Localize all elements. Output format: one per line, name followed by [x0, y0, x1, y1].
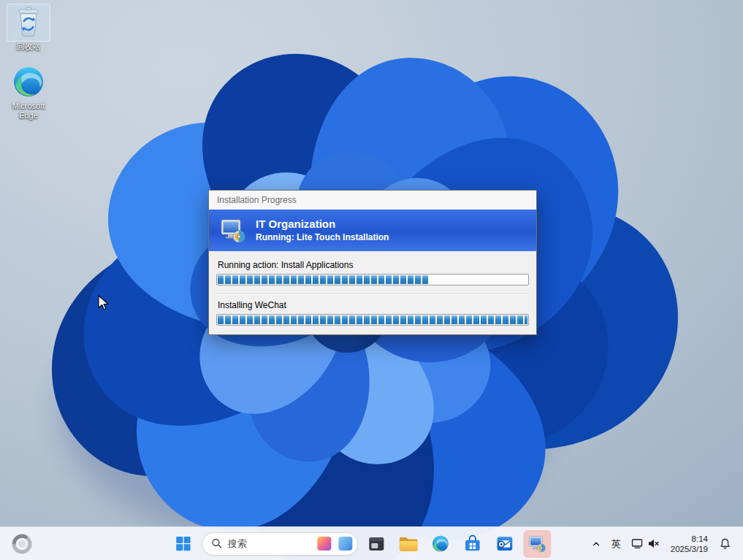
dialog-title: Installation Progress: [217, 195, 297, 205]
tray-clock[interactable]: 8:14 2025/3/19: [666, 531, 713, 557]
tray-status-icons[interactable]: [627, 531, 664, 557]
microsoft-store-icon: [463, 534, 481, 553]
running-action-progress-fill: [218, 275, 428, 284]
desktop: 回收站 Microsoft: [0, 0, 743, 560]
edge-taskbar-icon: [431, 534, 449, 553]
outlook-icon: [495, 534, 514, 553]
tray-notifications[interactable]: [715, 531, 736, 557]
taskbar-mdt-installer[interactable]: [523, 530, 551, 558]
taskbar-app-window[interactable]: [362, 530, 390, 558]
desktop-icon-recycle-bin[interactable]: 回收站: [1, 4, 56, 52]
volume-mute-icon: [647, 537, 660, 550]
tray-chevron-up[interactable]: [587, 531, 606, 557]
search-placeholder: 搜索: [228, 537, 311, 551]
desktop-icon-edge[interactable]: Microsoft Edge: [1, 64, 56, 120]
taskbar-edge[interactable]: [427, 530, 454, 558]
installation-progress-dialog: Installation Progress IT Organizatio: [208, 190, 537, 335]
notification-bell-icon: [719, 537, 731, 550]
taskbar-store[interactable]: [459, 530, 487, 558]
dialog-banner: IT Organization Running: Lite Touch Inst…: [209, 210, 536, 251]
app-window-icon: [367, 535, 385, 553]
dialog-banner-subtitle: Running: Lite Touch Installation: [256, 232, 389, 243]
taskbar-center: 搜索: [169, 527, 551, 560]
clock-date: 2025/3/19: [671, 544, 708, 554]
dialog-divider: [216, 294, 529, 295]
tray-ime-indicator[interactable]: 英: [607, 531, 625, 557]
edge-icon: [7, 64, 50, 100]
search-box[interactable]: 搜索: [202, 532, 358, 556]
search-highlight-icon: [317, 537, 331, 551]
edge-label: Microsoft Edge: [2, 101, 55, 120]
taskbar-tray: 英 8:14 2025/3/19: [587, 527, 742, 560]
taskbar-file-explorer[interactable]: [395, 530, 422, 558]
taskbar-outlook[interactable]: [491, 530, 519, 558]
recycle-bin-label: 回收站: [17, 42, 41, 52]
taskbar: 搜索: [0, 526, 743, 560]
running-action-progressbar: [216, 274, 529, 285]
search-image-icon: [338, 537, 352, 551]
recycle-bin-icon: [7, 4, 50, 41]
search-icon: [211, 538, 222, 549]
installing-label: Installing WeChat: [218, 300, 529, 311]
mdt-installer-icon: [219, 217, 247, 245]
dialog-titlebar[interactable]: Installation Progress: [209, 191, 536, 210]
mdt-installer-taskbar-icon: [527, 534, 546, 553]
installing-progressbar: [216, 314, 529, 326]
clock-time: 8:14: [692, 534, 708, 544]
dialog-body: Running action: Install Applications Ins…: [209, 251, 536, 334]
start-button[interactable]: [169, 530, 197, 558]
ime-language-label: 英: [611, 537, 621, 551]
desktop-icon-list: 回收站 Microsoft: [1, 4, 56, 120]
chevron-up-icon: [591, 539, 601, 549]
windows-logo-icon: [175, 535, 191, 552]
dialog-banner-title: IT Organization: [256, 218, 389, 231]
file-explorer-icon: [399, 535, 418, 553]
network-icon: [631, 537, 644, 550]
corner-widget-icon[interactable]: [11, 533, 33, 555]
installing-progress-fill: [218, 315, 527, 324]
running-action-label: Running action: Install Applications: [218, 260, 529, 271]
